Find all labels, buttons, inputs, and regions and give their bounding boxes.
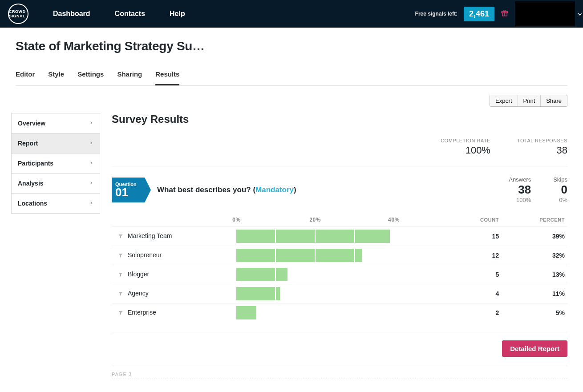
total-label: TOTAL RESPONSES bbox=[517, 138, 567, 143]
question-ribbon: Question 01 bbox=[112, 178, 145, 202]
logo[interactable]: CROWD SIGNAL bbox=[8, 4, 28, 24]
percent-cell: 13% bbox=[502, 265, 567, 284]
filter-icon[interactable] bbox=[118, 233, 123, 240]
filter-icon[interactable] bbox=[118, 291, 123, 298]
results-main: Survey Results COMPLETION RATE 100% TOTA… bbox=[112, 113, 567, 379]
free-signals-label: Free signals left: bbox=[415, 11, 457, 17]
bar-cell bbox=[234, 227, 436, 246]
option-cell: Marketing Team bbox=[112, 227, 234, 246]
sidebar-item-label: Locations bbox=[18, 200, 47, 207]
filter-icon[interactable] bbox=[118, 271, 123, 279]
tab-settings[interactable]: Settings bbox=[77, 66, 104, 85]
sidebar-item-label: Report bbox=[18, 140, 38, 147]
tab-sharing[interactable]: Sharing bbox=[117, 66, 142, 85]
total-responses: TOTAL RESPONSES 38 bbox=[517, 138, 567, 156]
tab-style[interactable]: Style bbox=[48, 66, 64, 85]
filter-icon[interactable] bbox=[118, 310, 123, 317]
tab-results[interactable]: Results bbox=[155, 66, 179, 85]
count-header: COUNT bbox=[436, 213, 502, 227]
nav-dashboard[interactable]: Dashboard bbox=[53, 10, 90, 18]
sidebar-item-locations[interactable]: Locations bbox=[12, 194, 100, 213]
option-label: Marketing Team bbox=[128, 232, 172, 239]
option-label: Enterprise bbox=[128, 309, 156, 316]
share-button[interactable]: Share bbox=[541, 95, 567, 106]
nav-contacts[interactable]: Contacts bbox=[115, 10, 145, 18]
page-indicator: PAGE 3 bbox=[112, 372, 567, 379]
nav-help[interactable]: Help bbox=[170, 10, 185, 18]
gift-icon[interactable] bbox=[501, 9, 509, 19]
sidebar-item-overview[interactable]: Overview bbox=[12, 113, 100, 133]
sidebar-item-label: Participants bbox=[18, 160, 53, 167]
top-nav: CROWD SIGNAL Dashboard Contacts Help Fre… bbox=[0, 0, 583, 28]
mandatory-tag: Mandatory bbox=[255, 186, 294, 194]
completion-label: COMPLETION RATE bbox=[441, 138, 490, 143]
sidebar-item-label: Overview bbox=[18, 120, 45, 127]
subnav-tabs: Editor Style Settings Sharing Results bbox=[16, 66, 567, 86]
option-cell: Enterprise bbox=[112, 303, 234, 323]
chevron-right-icon bbox=[89, 140, 93, 146]
survey-title: State of Marketing Strategy Su… bbox=[16, 39, 574, 53]
chevron-right-icon bbox=[89, 180, 93, 186]
table-row: Blogger513% bbox=[112, 265, 567, 284]
chevron-right-icon bbox=[89, 160, 93, 166]
table-row: Enterprise25% bbox=[112, 303, 567, 323]
export-button[interactable]: Export bbox=[490, 95, 518, 106]
question-stats: Answers 38 100% Skips 0 0% bbox=[509, 176, 567, 203]
answers-stat: Answers 38 100% bbox=[509, 176, 531, 203]
table-row: Marketing Team1539% bbox=[112, 227, 567, 246]
percent-cell: 39% bbox=[502, 227, 567, 246]
question-number: 01 bbox=[115, 187, 145, 198]
sidebar-item-analysis[interactable]: Analysis bbox=[12, 174, 100, 194]
detailed-report-wrap: Detailed Report bbox=[112, 332, 567, 365]
nav-links: Dashboard Contacts Help bbox=[53, 10, 185, 18]
skips-stat: Skips 0 0% bbox=[553, 176, 567, 203]
count-cell: 2 bbox=[436, 303, 502, 323]
bar-cell bbox=[234, 265, 436, 284]
summary-row: COMPLETION RATE 100% TOTAL RESPONSES 38 bbox=[112, 133, 567, 166]
results-heading: Survey Results bbox=[112, 113, 567, 125]
bar-cell bbox=[234, 284, 436, 303]
percent-cell: 11% bbox=[502, 284, 567, 303]
bar-cell bbox=[234, 246, 436, 265]
count-cell: 4 bbox=[436, 284, 502, 303]
nav-right: Free signals left: 2,461 bbox=[415, 1, 575, 26]
axis-ticks: 0% 20% 40% bbox=[236, 217, 433, 223]
completion-value: 100% bbox=[441, 145, 490, 156]
option-label: Blogger bbox=[128, 271, 149, 278]
table-row: Agency411% bbox=[112, 284, 567, 303]
count-cell: 15 bbox=[436, 227, 502, 246]
percent-cell: 5% bbox=[502, 303, 567, 323]
free-signals-badge[interactable]: 2,461 bbox=[464, 7, 494, 21]
account-menu[interactable] bbox=[515, 1, 575, 26]
table-row: Solopreneur1232% bbox=[112, 246, 567, 265]
filter-icon[interactable] bbox=[118, 252, 123, 259]
option-label: Solopreneur bbox=[128, 251, 162, 259]
option-cell: Blogger bbox=[112, 265, 234, 284]
count-cell: 5 bbox=[436, 265, 502, 284]
print-button[interactable]: Print bbox=[518, 95, 541, 106]
option-label: Agency bbox=[128, 290, 149, 297]
results-table: 0% 20% 40% COUNT PERCENT Marketing Team1… bbox=[112, 213, 567, 322]
completion-rate: COMPLETION RATE 100% bbox=[441, 138, 490, 156]
total-value: 38 bbox=[517, 145, 567, 156]
option-cell: Solopreneur bbox=[112, 246, 234, 265]
results-sidebar: Overview Report Participants Analysis Lo… bbox=[11, 113, 100, 214]
sidebar-item-label: Analysis bbox=[18, 180, 44, 187]
bar-cell bbox=[234, 303, 436, 323]
chevron-right-icon bbox=[89, 200, 93, 206]
tab-editor[interactable]: Editor bbox=[16, 66, 35, 85]
question-text: What best describes you? (Mandatory) bbox=[157, 186, 296, 194]
option-cell: Agency bbox=[112, 284, 234, 303]
sidebar-item-report[interactable]: Report bbox=[12, 133, 100, 154]
chevron-down-icon bbox=[577, 11, 583, 19]
percent-cell: 32% bbox=[502, 246, 567, 265]
results-toolbar: Export Print Share bbox=[9, 95, 567, 107]
count-cell: 12 bbox=[436, 246, 502, 265]
sidebar-item-participants[interactable]: Participants bbox=[12, 154, 100, 174]
chevron-right-icon bbox=[89, 120, 93, 126]
detailed-report-button[interactable]: Detailed Report bbox=[502, 340, 567, 357]
question-header: Question 01 What best describes you? (Ma… bbox=[112, 173, 567, 205]
percent-header: PERCENT bbox=[502, 213, 567, 227]
